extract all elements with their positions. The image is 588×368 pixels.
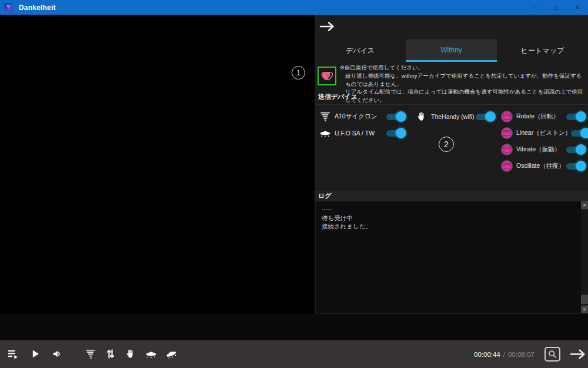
- preview-zoom-button[interactable]: [544, 347, 560, 362]
- log-line: -----: [322, 205, 575, 214]
- warning-line: ※自己責任で使用してください。: [340, 64, 587, 72]
- collapse-panel-button[interactable]: [319, 18, 337, 35]
- annotation-marker-1: 1: [292, 66, 305, 79]
- piston-device-button[interactable]: [102, 346, 119, 362]
- log-line: 接続されました。: [322, 222, 575, 231]
- linear-toggle[interactable]: [571, 128, 588, 138]
- rotate-toggle[interactable]: [566, 111, 586, 122]
- total-time: 00:08:07: [508, 351, 534, 358]
- playlist-button[interactable]: [5, 346, 21, 362]
- annotation-marker-2: 2: [439, 137, 454, 152]
- device-row-rotate: Rotate（回転）: [500, 110, 586, 124]
- ufo-icon: [318, 127, 332, 140]
- warning-line: 繰り返し視聴可能な、withnyアーカイブで使用することを想定していますが、動作…: [340, 72, 587, 88]
- vorze-disc-icon: [500, 110, 514, 123]
- device-label: Vibrate（振動）: [516, 145, 560, 154]
- volume-button[interactable]: [49, 346, 65, 362]
- panel-tabs: デバイス Withny ヒートマップ: [315, 39, 588, 62]
- ufo-tilted-icon: [165, 347, 178, 360]
- cyclone-icon: [318, 111, 332, 122]
- log-line: 待ち受け中: [322, 214, 575, 223]
- maximize-button[interactable]: □: [546, 0, 567, 15]
- heart-icon: [320, 69, 334, 83]
- play-icon: [29, 348, 41, 360]
- device-label: Linear（ピストン）: [516, 129, 571, 137]
- vorze-disc-icon: [500, 160, 514, 173]
- ufo-icon: [145, 347, 158, 360]
- titlebar: Dankelheit ─ □ ×: [0, 0, 588, 15]
- log-header: ログ: [315, 189, 588, 201]
- cyclone-device-button[interactable]: [82, 346, 99, 362]
- window-controls: ─ □ ×: [524, 0, 588, 15]
- oscillate-toggle[interactable]: [566, 161, 586, 171]
- timeline-strip: [0, 314, 588, 340]
- time-separator: /: [503, 351, 505, 358]
- playback-time: 00:00:44 / 00:08:07: [474, 340, 534, 368]
- a10cyclone-toggle[interactable]: [386, 111, 406, 122]
- up-down-arrows-icon: [105, 348, 116, 360]
- thehandy-toggle[interactable]: [476, 111, 496, 122]
- log-label: ログ: [318, 191, 332, 200]
- tab-withny[interactable]: Withny: [406, 39, 497, 62]
- log-output: ----- 待ち受け中 接続されました。: [316, 201, 588, 313]
- device-label: A10サイクロン: [335, 112, 377, 121]
- device-label: Rotate（回転）: [516, 112, 559, 121]
- device-row-ufo: U.F.O SA / TW: [318, 126, 406, 140]
- video-area: [0, 15, 315, 314]
- log-scrollbar[interactable]: [581, 201, 588, 313]
- device-row-a10cyclone: A10サイクロン: [318, 110, 406, 124]
- volume-icon: [51, 348, 63, 360]
- warning-line: リアルタイム配信では、場合によっては連動の機会を逃す可能性があることを認識の上で…: [340, 88, 587, 104]
- device-row-oscillate: Oscillate（往復）: [500, 159, 586, 173]
- send-devices-heading: 送信デバイス: [318, 92, 358, 101]
- withny-heart-button[interactable]: [318, 67, 336, 85]
- handy-device-button[interactable]: [122, 346, 139, 362]
- ufo-tw-device-button[interactable]: [163, 346, 179, 362]
- vibrate-toggle[interactable]: [566, 144, 586, 155]
- right-panel: デバイス Withny ヒートマップ ※自己責任で使用してください。 繰り返し視…: [315, 15, 588, 314]
- scrollbar-thumb[interactable]: [581, 295, 588, 304]
- device-row-thehandy: TheHandy (wifi): [415, 110, 496, 124]
- ufo-toggle[interactable]: [386, 128, 406, 138]
- app-logo-icon: [4, 3, 14, 12]
- app-window: Dankelheit ─ □ × デバイス Withny ヒートマップ ※自己責…: [0, 0, 588, 368]
- hand-icon: [125, 348, 136, 360]
- ufo-device-button[interactable]: [143, 346, 159, 362]
- usage-warning: ※自己責任で使用してください。 繰り返し視聴可能な、withnyアーカイブで使用…: [340, 64, 587, 104]
- vorze-disc-icon: [500, 143, 514, 156]
- device-label: Oscillate（往復）: [516, 162, 564, 170]
- current-time: 00:00:44: [474, 351, 500, 358]
- playlist-icon: [6, 347, 19, 360]
- scroll-down-icon[interactable]: [581, 306, 588, 313]
- close-button[interactable]: ×: [567, 0, 588, 15]
- device-row-linear: Linear（ピストン）: [500, 126, 586, 140]
- scroll-up-icon[interactable]: [581, 201, 588, 209]
- arrow-right-icon: [570, 349, 586, 360]
- play-button[interactable]: [27, 346, 44, 362]
- bottom-toolbar: 00:00:44 / 00:08:07: [0, 340, 588, 368]
- vorze-disc-icon: [500, 127, 514, 140]
- arrow-right-icon: [319, 21, 335, 32]
- minimize-button[interactable]: ─: [524, 0, 546, 15]
- tab-heatmap[interactable]: ヒートマップ: [497, 39, 588, 62]
- device-row-vibrate: Vibrate（振動）: [500, 142, 586, 157]
- magnifier-icon: [547, 349, 557, 359]
- device-label: U.F.O SA / TW: [335, 130, 375, 137]
- window-title: Dankelheit: [19, 4, 56, 12]
- divider: [315, 104, 588, 105]
- cyclone-icon: [85, 348, 96, 360]
- device-label: TheHandy (wifi): [431, 113, 475, 120]
- next-button[interactable]: [568, 347, 587, 362]
- hand-icon: [415, 111, 429, 122]
- tab-devices[interactable]: デバイス: [315, 39, 406, 62]
